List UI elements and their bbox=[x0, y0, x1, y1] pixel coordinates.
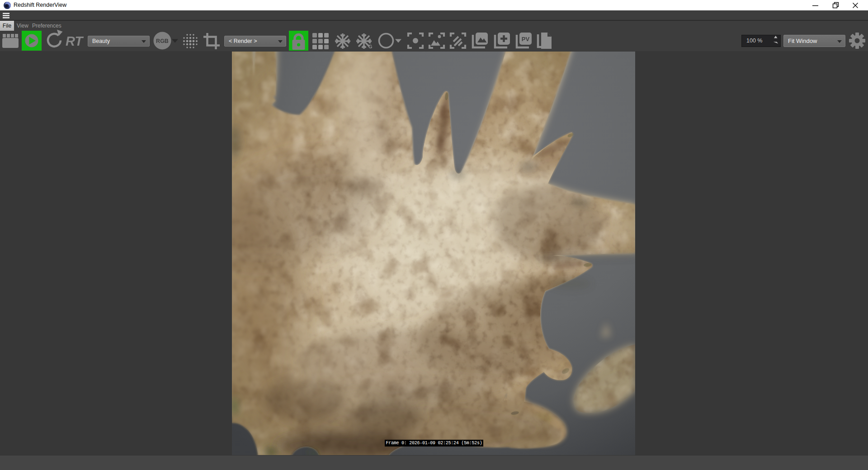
svg-text:RGB: RGB bbox=[156, 38, 169, 44]
svg-text:PV: PV bbox=[522, 36, 530, 42]
svg-text:G: G bbox=[368, 44, 373, 49]
svg-text:RT: RT bbox=[66, 34, 84, 48]
